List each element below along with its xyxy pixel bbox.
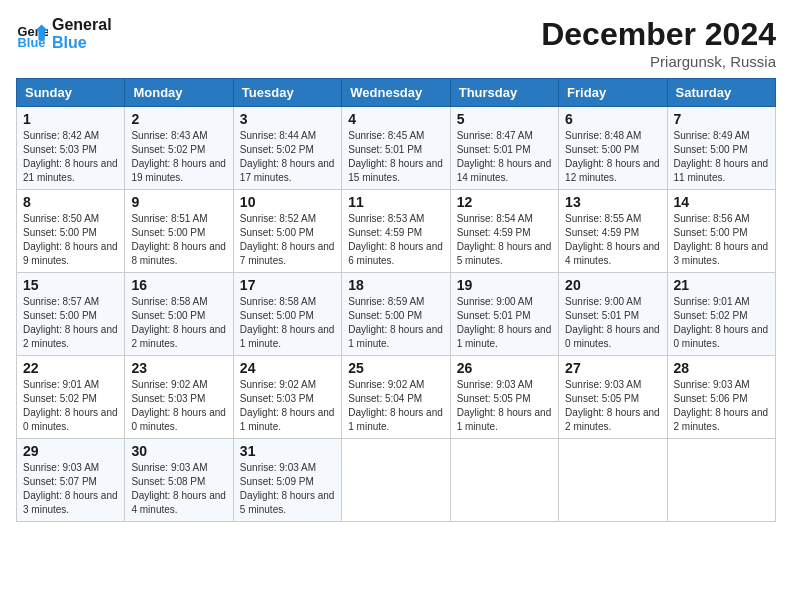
calendar-week-row: 15Sunrise: 8:57 AMSunset: 5:00 PMDayligh… [17,273,776,356]
month-title: December 2024 [541,16,776,53]
day-info: Sunrise: 8:57 AMSunset: 5:00 PMDaylight:… [23,295,118,351]
day-info: Sunrise: 8:54 AMSunset: 4:59 PMDaylight:… [457,212,552,268]
day-info: Sunrise: 9:03 AMSunset: 5:05 PMDaylight:… [457,378,552,434]
day-info: Sunrise: 8:50 AMSunset: 5:00 PMDaylight:… [23,212,118,268]
weekday-header-saturday: Saturday [667,79,775,107]
header: General Blue General Blue December 2024 … [16,16,776,70]
calendar-table: SundayMondayTuesdayWednesdayThursdayFrid… [16,78,776,522]
weekday-header-thursday: Thursday [450,79,558,107]
calendar-cell: 6Sunrise: 8:48 AMSunset: 5:00 PMDaylight… [559,107,667,190]
calendar-cell: 24Sunrise: 9:02 AMSunset: 5:03 PMDayligh… [233,356,341,439]
calendar-cell: 5Sunrise: 8:47 AMSunset: 5:01 PMDaylight… [450,107,558,190]
day-info: Sunrise: 9:02 AMSunset: 5:03 PMDaylight:… [131,378,226,434]
day-info: Sunrise: 8:58 AMSunset: 5:00 PMDaylight:… [131,295,226,351]
day-number: 8 [23,194,118,210]
day-info: Sunrise: 8:56 AMSunset: 5:00 PMDaylight:… [674,212,769,268]
day-number: 11 [348,194,443,210]
day-number: 23 [131,360,226,376]
weekday-header-monday: Monday [125,79,233,107]
calendar-cell: 30Sunrise: 9:03 AMSunset: 5:08 PMDayligh… [125,439,233,522]
calendar-week-row: 29Sunrise: 9:03 AMSunset: 5:07 PMDayligh… [17,439,776,522]
day-number: 9 [131,194,226,210]
day-info: Sunrise: 9:02 AMSunset: 5:03 PMDaylight:… [240,378,335,434]
logo-general: General [52,16,112,34]
day-info: Sunrise: 9:01 AMSunset: 5:02 PMDaylight:… [674,295,769,351]
day-number: 3 [240,111,335,127]
calendar-cell: 27Sunrise: 9:03 AMSunset: 5:05 PMDayligh… [559,356,667,439]
weekday-header-friday: Friday [559,79,667,107]
day-number: 10 [240,194,335,210]
calendar-cell: 31Sunrise: 9:03 AMSunset: 5:09 PMDayligh… [233,439,341,522]
calendar-cell: 18Sunrise: 8:59 AMSunset: 5:00 PMDayligh… [342,273,450,356]
day-info: Sunrise: 8:45 AMSunset: 5:01 PMDaylight:… [348,129,443,185]
calendar-cell: 25Sunrise: 9:02 AMSunset: 5:04 PMDayligh… [342,356,450,439]
calendar-cell: 15Sunrise: 8:57 AMSunset: 5:00 PMDayligh… [17,273,125,356]
logo: General Blue General Blue [16,16,112,51]
calendar-cell: 22Sunrise: 9:01 AMSunset: 5:02 PMDayligh… [17,356,125,439]
logo-icon: General Blue [16,18,48,50]
calendar-cell: 29Sunrise: 9:03 AMSunset: 5:07 PMDayligh… [17,439,125,522]
day-number: 28 [674,360,769,376]
calendar-cell: 20Sunrise: 9:00 AMSunset: 5:01 PMDayligh… [559,273,667,356]
day-info: Sunrise: 9:03 AMSunset: 5:08 PMDaylight:… [131,461,226,517]
calendar-cell: 8Sunrise: 8:50 AMSunset: 5:00 PMDaylight… [17,190,125,273]
day-number: 5 [457,111,552,127]
calendar-week-row: 1Sunrise: 8:42 AMSunset: 5:03 PMDaylight… [17,107,776,190]
day-number: 21 [674,277,769,293]
calendar-cell: 14Sunrise: 8:56 AMSunset: 5:00 PMDayligh… [667,190,775,273]
calendar-cell: 28Sunrise: 9:03 AMSunset: 5:06 PMDayligh… [667,356,775,439]
day-number: 17 [240,277,335,293]
weekday-header-row: SundayMondayTuesdayWednesdayThursdayFrid… [17,79,776,107]
calendar-cell: 4Sunrise: 8:45 AMSunset: 5:01 PMDaylight… [342,107,450,190]
logo-blue: Blue [52,34,112,52]
day-number: 26 [457,360,552,376]
day-info: Sunrise: 9:03 AMSunset: 5:07 PMDaylight:… [23,461,118,517]
calendar-cell: 23Sunrise: 9:02 AMSunset: 5:03 PMDayligh… [125,356,233,439]
day-number: 27 [565,360,660,376]
day-number: 18 [348,277,443,293]
day-number: 24 [240,360,335,376]
calendar-cell: 1Sunrise: 8:42 AMSunset: 5:03 PMDaylight… [17,107,125,190]
calendar-cell: 11Sunrise: 8:53 AMSunset: 4:59 PMDayligh… [342,190,450,273]
day-number: 14 [674,194,769,210]
day-info: Sunrise: 8:49 AMSunset: 5:00 PMDaylight:… [674,129,769,185]
day-info: Sunrise: 9:01 AMSunset: 5:02 PMDaylight:… [23,378,118,434]
calendar-cell: 3Sunrise: 8:44 AMSunset: 5:02 PMDaylight… [233,107,341,190]
calendar-cell [342,439,450,522]
calendar-cell [559,439,667,522]
day-info: Sunrise: 8:44 AMSunset: 5:02 PMDaylight:… [240,129,335,185]
calendar-cell: 12Sunrise: 8:54 AMSunset: 4:59 PMDayligh… [450,190,558,273]
calendar-week-row: 8Sunrise: 8:50 AMSunset: 5:00 PMDaylight… [17,190,776,273]
calendar-cell: 9Sunrise: 8:51 AMSunset: 5:00 PMDaylight… [125,190,233,273]
day-number: 12 [457,194,552,210]
calendar-cell: 13Sunrise: 8:55 AMSunset: 4:59 PMDayligh… [559,190,667,273]
day-info: Sunrise: 8:47 AMSunset: 5:01 PMDaylight:… [457,129,552,185]
day-info: Sunrise: 8:51 AMSunset: 5:00 PMDaylight:… [131,212,226,268]
day-info: Sunrise: 8:59 AMSunset: 5:00 PMDaylight:… [348,295,443,351]
day-number: 4 [348,111,443,127]
day-number: 1 [23,111,118,127]
day-info: Sunrise: 9:00 AMSunset: 5:01 PMDaylight:… [457,295,552,351]
day-info: Sunrise: 8:43 AMSunset: 5:02 PMDaylight:… [131,129,226,185]
day-number: 31 [240,443,335,459]
day-info: Sunrise: 9:02 AMSunset: 5:04 PMDaylight:… [348,378,443,434]
day-info: Sunrise: 8:53 AMSunset: 4:59 PMDaylight:… [348,212,443,268]
calendar-cell: 17Sunrise: 8:58 AMSunset: 5:00 PMDayligh… [233,273,341,356]
weekday-header-sunday: Sunday [17,79,125,107]
day-info: Sunrise: 9:03 AMSunset: 5:09 PMDaylight:… [240,461,335,517]
day-info: Sunrise: 8:55 AMSunset: 4:59 PMDaylight:… [565,212,660,268]
day-number: 22 [23,360,118,376]
calendar-cell: 19Sunrise: 9:00 AMSunset: 5:01 PMDayligh… [450,273,558,356]
day-number: 6 [565,111,660,127]
day-number: 13 [565,194,660,210]
day-number: 30 [131,443,226,459]
calendar-cell: 21Sunrise: 9:01 AMSunset: 5:02 PMDayligh… [667,273,775,356]
calendar-cell: 26Sunrise: 9:03 AMSunset: 5:05 PMDayligh… [450,356,558,439]
day-number: 19 [457,277,552,293]
calendar-cell: 2Sunrise: 8:43 AMSunset: 5:02 PMDaylight… [125,107,233,190]
day-info: Sunrise: 9:03 AMSunset: 5:05 PMDaylight:… [565,378,660,434]
day-number: 16 [131,277,226,293]
day-number: 29 [23,443,118,459]
day-number: 2 [131,111,226,127]
calendar-week-row: 22Sunrise: 9:01 AMSunset: 5:02 PMDayligh… [17,356,776,439]
